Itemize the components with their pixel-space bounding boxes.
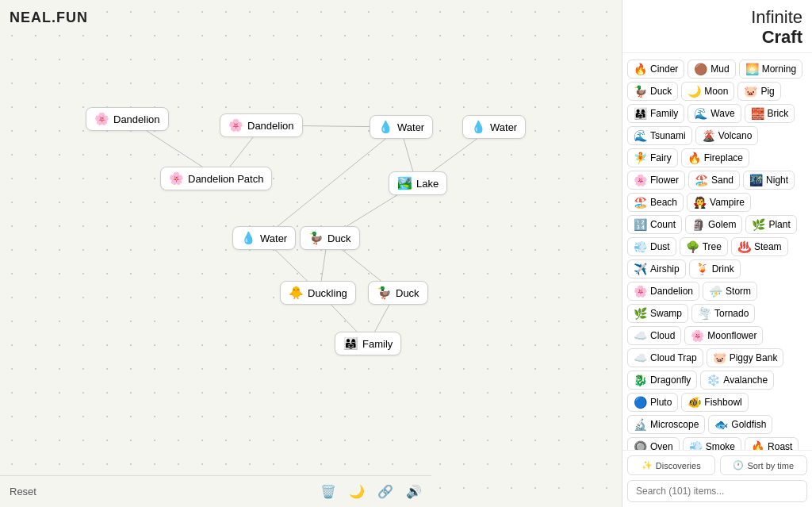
craft-node[interactable]: 🏞️Lake bbox=[389, 171, 447, 195]
sidebar-item[interactable]: 🌃Night bbox=[743, 171, 795, 190]
trash-icon[interactable]: 🗑️ bbox=[320, 484, 336, 499]
craft-node[interactable]: 💧Water bbox=[370, 115, 433, 139]
craft-node[interactable]: 🦆Duck bbox=[300, 226, 360, 250]
footer-btn-icon: ✨ bbox=[642, 460, 653, 471]
sidebar-item[interactable]: 🗿Golem bbox=[685, 215, 742, 234]
item-label: Pluto bbox=[650, 397, 672, 408]
node-label: Water bbox=[260, 232, 287, 244]
sidebar-item[interactable]: 🧛Vampire bbox=[687, 193, 751, 212]
item-emoji: 🔥 bbox=[688, 152, 701, 164]
sidebar-item[interactable]: 🌳Tree bbox=[680, 237, 728, 256]
sidebar-item[interactable]: 🌅Morning bbox=[739, 60, 802, 79]
sidebar-item[interactable]: 🐟Goldfish bbox=[708, 415, 772, 434]
sound-icon[interactable]: 🔊 bbox=[406, 484, 422, 499]
craft-node[interactable]: 🌸Dandelion bbox=[86, 107, 169, 131]
sidebar-item[interactable]: 🌋Volcano bbox=[695, 126, 759, 145]
sidebar-item[interactable]: 🍹Drink bbox=[689, 259, 741, 278]
item-label: Golem bbox=[708, 219, 736, 230]
item-emoji: 🔬 bbox=[634, 418, 647, 431]
item-emoji: 🔘 bbox=[634, 440, 647, 450]
sidebar-item[interactable]: 🔥Fireplace bbox=[681, 148, 749, 167]
sidebar-item[interactable]: 🔬Microscope bbox=[627, 415, 705, 434]
sidebar-item[interactable]: 🌿Swamp bbox=[627, 304, 688, 323]
item-emoji: 🐠 bbox=[688, 396, 701, 409]
sidebar-item[interactable]: 🐉Dragonfly bbox=[627, 371, 697, 390]
sidebar-item[interactable]: 🟤Mud bbox=[688, 60, 735, 79]
item-label: Microscope bbox=[650, 419, 699, 430]
sidebar-item[interactable]: 🌊Tsunami bbox=[627, 126, 692, 145]
craft-node[interactable]: 🌸Dandelion Patch bbox=[160, 167, 272, 190]
item-emoji: ❄️ bbox=[707, 374, 720, 386]
link-icon[interactable]: 🔗 bbox=[377, 484, 393, 499]
item-label: Night bbox=[766, 175, 788, 186]
item-label: Cloud bbox=[650, 330, 675, 341]
item-label: Avalanche bbox=[723, 374, 768, 386]
sidebar-item[interactable]: 🌪️Tornado bbox=[691, 304, 755, 323]
sidebar-item[interactable]: ☁️Cloud Trap bbox=[627, 348, 703, 367]
node-emoji: 💧 bbox=[471, 120, 486, 134]
sidebar-item[interactable]: 🧱Brick bbox=[745, 104, 795, 123]
sidebar-item[interactable]: ⛈️Storm bbox=[703, 282, 757, 301]
item-emoji: 🌋 bbox=[702, 129, 715, 142]
sidebar-item[interactable]: 🧚Fairy bbox=[627, 148, 678, 167]
node-emoji: 💧 bbox=[241, 231, 256, 245]
sidebar-item[interactable]: 🔘Oven bbox=[627, 437, 680, 450]
footer-button[interactable]: ✨Discoveries bbox=[627, 455, 715, 475]
item-label: Smoke bbox=[706, 441, 735, 450]
sidebar-items-list[interactable]: 🔥Cinder🟤Mud🌅Morning🦆Duck🌙Moon🐷Pig👨‍👩‍👧Fa… bbox=[622, 53, 812, 450]
sidebar-item[interactable]: 🌊Wave bbox=[688, 104, 741, 123]
search-input[interactable] bbox=[627, 480, 807, 502]
moon-icon[interactable]: 🌙 bbox=[349, 484, 365, 499]
reset-button[interactable]: Reset bbox=[10, 486, 36, 497]
sidebar-item[interactable]: 🐷Pig bbox=[737, 82, 780, 101]
sidebar-item[interactable]: 🐷Piggy Bank bbox=[707, 348, 784, 367]
item-emoji: 🧚 bbox=[634, 152, 647, 164]
sidebar-item[interactable]: ♨️Steam bbox=[731, 237, 788, 256]
footer-button[interactable]: 🕐Sort by time bbox=[720, 455, 808, 475]
connection-line bbox=[263, 127, 400, 238]
item-label: Tornado bbox=[714, 308, 749, 319]
item-emoji: 🌙 bbox=[688, 85, 701, 98]
logo: NEAL.FUN bbox=[10, 10, 88, 26]
item-label: Airship bbox=[650, 263, 680, 275]
item-emoji: 🐷 bbox=[713, 351, 726, 364]
node-emoji: 🌸 bbox=[94, 112, 109, 126]
sidebar-item[interactable]: 💨Smoke bbox=[683, 437, 741, 450]
sidebar-item[interactable]: 🔢Count bbox=[627, 215, 682, 234]
sidebar-footer-buttons: ✨Discoveries🕐Sort by time bbox=[627, 455, 807, 475]
sidebar-item[interactable]: 🌿Plant bbox=[745, 215, 796, 234]
sidebar-item[interactable]: 🌸Dandelion bbox=[627, 282, 699, 301]
craft-node[interactable]: 🌸Dandelion bbox=[220, 113, 303, 137]
sidebar-item[interactable]: 🔵Pluto bbox=[627, 393, 678, 412]
item-label: Dust bbox=[650, 241, 670, 252]
node-emoji: 👨‍👩‍👧 bbox=[343, 336, 358, 351]
craft-node[interactable]: 💧Water bbox=[232, 226, 296, 250]
sidebar-item[interactable]: 🌙Moon bbox=[681, 82, 734, 101]
sidebar-footer: ✨Discoveries🕐Sort by time bbox=[622, 450, 812, 507]
item-emoji: 🍹 bbox=[695, 263, 709, 275]
sidebar-item[interactable]: 🏖️Beach bbox=[627, 193, 684, 212]
item-label: Morning bbox=[762, 63, 796, 75]
sidebar-item[interactable]: 🦆Duck bbox=[627, 82, 678, 101]
sidebar-item[interactable]: 🌸Flower bbox=[627, 171, 685, 190]
item-label: Vampire bbox=[710, 197, 745, 208]
sidebar-item[interactable]: ☁️Cloud bbox=[627, 326, 681, 345]
canvas-area[interactable]: NEAL.FUN Reset 🗑️ 🌙 🔗 🔊 🌸Dandelion🌸Dande… bbox=[0, 0, 622, 507]
sidebar-item[interactable]: 🔥Cinder bbox=[627, 60, 684, 79]
sidebar-item[interactable]: 🌸Moonflower bbox=[684, 326, 763, 345]
sidebar-item[interactable]: 👨‍👩‍👧Family bbox=[627, 104, 684, 123]
item-emoji: 🌿 bbox=[634, 307, 647, 320]
craft-node[interactable]: 🐥Duckling bbox=[280, 281, 356, 305]
sidebar-item[interactable]: 🏖️Sand bbox=[688, 171, 740, 190]
craft-node[interactable]: 💧Water bbox=[462, 115, 526, 139]
sidebar-item[interactable]: 💨Dust bbox=[627, 237, 676, 256]
craft-node[interactable]: 🦆Duck bbox=[368, 281, 428, 305]
sidebar-item[interactable]: ❄️Avalanche bbox=[700, 371, 774, 390]
item-emoji: ⛈️ bbox=[709, 285, 722, 298]
item-label: Steam bbox=[754, 241, 782, 252]
sidebar-item[interactable]: 🐠Fishbowl bbox=[681, 393, 748, 412]
craft-node[interactable]: 👨‍👩‍👧Family bbox=[335, 332, 401, 355]
connection-lines bbox=[0, 0, 622, 507]
sidebar-item[interactable]: 🔥Roast bbox=[745, 437, 799, 450]
sidebar-item[interactable]: ✈️Airship bbox=[627, 259, 686, 278]
